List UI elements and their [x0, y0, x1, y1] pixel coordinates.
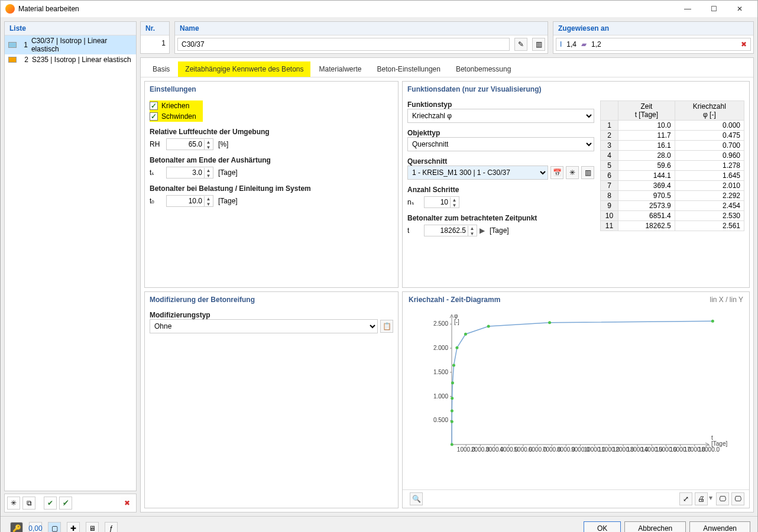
mod-settings-icon[interactable]: 📋 [380, 320, 393, 333]
t0-input[interactable]: 10.0▲▼ [166, 195, 213, 207]
mod-typ-label: Modifizierungstyp [150, 311, 393, 319]
list-toolbar: ✳ ⧉ ✔ ✔̸ ✖ [4, 494, 137, 512]
list-panel: Liste 1C30/37 | Isotrop | Linear elastis… [4, 21, 137, 491]
modification-panel: Modifizierung der Betonreifung Modifizie… [144, 291, 399, 508]
zoom-icon[interactable]: 🔍 [410, 492, 423, 505]
table-row[interactable]: 428.00.960 [601, 151, 744, 161]
tab-beton-einstellungen[interactable]: Beton-Einstellungen [370, 61, 448, 77]
settings-panel: Einstellungen ✓Kriechen ✓Schwinden Relat… [144, 81, 399, 288]
rh-input[interactable]: 65.0▲▼ [166, 138, 213, 150]
querschnitt-select[interactable]: 1 - KREIS_M1 300 | 1 - C30/37 [407, 166, 548, 180]
nr-label: Nr. [141, 22, 169, 35]
delete-icon[interactable]: ✖ [121, 497, 134, 510]
checkbox-schwinden[interactable]: ✓Schwinden [150, 111, 203, 122]
table-row[interactable]: 8970.52.292 [601, 191, 744, 201]
axis-toggle-icon[interactable]: ⤢ [679, 492, 692, 505]
t0-label: Betonalter bei Belastung / Einleitung im… [150, 184, 393, 193]
name-input[interactable] [177, 38, 510, 51]
t-label: Betonalter zum betrachteten Zeitpunkt [407, 214, 594, 222]
table-row[interactable]: 316.10.700 [601, 141, 744, 151]
chart-svg: 0.5001.0001.5002.0002.5001000.02000.0300… [407, 309, 744, 462]
axes-mode: lin X / lin Y [710, 296, 743, 304]
check-icon[interactable]: ✔ [44, 497, 57, 510]
table-row[interactable]: 106851.42.530 [601, 211, 744, 221]
new-icon[interactable]: ✳ [7, 497, 20, 510]
svg-point-54 [455, 346, 458, 349]
svg-text:[Tage]: [Tage] [711, 440, 727, 447]
svg-text:2.000: 2.000 [433, 345, 448, 351]
help-icon[interactable]: 🔑 [10, 522, 23, 532]
table-row[interactable]: 6144.11.645 [601, 171, 744, 181]
ts-input[interactable]: 3.0▲▼ [166, 167, 213, 179]
tab-betonbemessung[interactable]: Betonbemessung [449, 61, 518, 77]
tab-basis[interactable]: Basis [145, 61, 177, 77]
edit-icon[interactable]: ✎ [514, 38, 527, 51]
ts-label: Betonalter am Ende der Aushärtung [150, 156, 393, 164]
cancel-button[interactable]: Abbrechen [624, 521, 686, 532]
svg-point-51 [451, 397, 453, 400]
ok-button[interactable]: OK [584, 521, 621, 532]
checkbox-kriechen[interactable]: ✓Kriechen [150, 100, 203, 111]
view1-icon[interactable]: ▢ [48, 522, 61, 532]
export2-icon[interactable]: 🖵 [731, 492, 744, 505]
table-row[interactable]: 559.61.278 [601, 161, 744, 171]
maximize-button[interactable]: ☐ [701, 1, 727, 17]
function-data-header: Funktionsdaten (nur zur Visualisierung) [403, 82, 749, 96]
svg-text:[-]: [-] [454, 319, 459, 325]
window-title: Material bearbeiten [18, 5, 675, 13]
svg-point-53 [452, 364, 455, 366]
svg-text:1.500: 1.500 [433, 369, 448, 375]
tab-materialwerte[interactable]: Materialwerte [312, 61, 368, 77]
view2-icon[interactable]: ✚ [67, 522, 80, 532]
apply-button[interactable]: Anwenden [689, 521, 750, 532]
minimize-button[interactable]: — [675, 1, 701, 17]
svg-point-55 [464, 333, 467, 336]
nr-value: 1 [141, 35, 169, 51]
view4-icon[interactable]: ƒ [105, 522, 118, 532]
close-button[interactable]: ✕ [727, 1, 753, 17]
titlebar: Material bearbeiten — ☐ ✕ [1, 1, 757, 18]
data-table: Zeitt [Tage]Kriechzahlφ [-] 110.00.00021… [600, 100, 744, 231]
objekttyp-select[interactable]: Querschnitt [407, 137, 594, 151]
svg-point-49 [451, 420, 453, 423]
svg-point-58 [711, 320, 714, 323]
clear-assign-icon[interactable]: ✖ [741, 40, 747, 48]
copy-icon[interactable]: ⧉ [22, 497, 35, 510]
app-icon [5, 4, 15, 14]
svg-point-50 [451, 409, 453, 412]
tab-time-dependent[interactable]: Zeitabhängige Kennwerte des Betons [178, 61, 310, 77]
table-row[interactable]: 110.00.000 [601, 121, 744, 131]
mod-header: Modifizierung der Betonreifung [145, 292, 398, 306]
rh-label: Relative Luftfeuchte der Umgebung [150, 128, 393, 136]
mod-type-select[interactable]: Ohne [150, 319, 378, 333]
querschnitt-label: Querschnitt [407, 157, 594, 166]
svg-point-56 [487, 325, 490, 328]
assigned-label: Zugewiesen an [553, 22, 753, 35]
view3-icon[interactable]: 🖥 [86, 522, 99, 532]
list-item[interactable]: 1C30/37 | Isotrop | Linear elastisch [5, 35, 136, 54]
ns-label: Anzahl Schritte [407, 186, 594, 194]
settings-header: Einstellungen [145, 82, 398, 96]
new-section-icon[interactable]: ✳ [566, 166, 579, 179]
function-data-panel: Funktionsdaten (nur zur Visualisierung) … [402, 81, 750, 288]
export1-icon[interactable]: 🖵 [716, 492, 729, 505]
svg-point-57 [548, 321, 551, 324]
table-row[interactable]: 211.70.475 [601, 131, 744, 141]
svg-text:1.000: 1.000 [433, 393, 448, 400]
funktionstyp-select[interactable]: Kriechzahl φ [407, 109, 594, 123]
table-row[interactable]: 1118262.52.561 [601, 221, 744, 231]
table-row[interactable]: 7369.42.010 [601, 181, 744, 191]
chart-panel: Kriechzahl - Zeit-Diagrammlin X / lin Y … [402, 291, 750, 508]
section-lib-icon[interactable]: ▥ [581, 166, 594, 179]
print-icon[interactable]: 🖨 [695, 492, 708, 505]
table-row[interactable]: 92573.92.454 [601, 201, 744, 211]
ns-input[interactable]: 10▲▼ [424, 196, 459, 208]
t-input[interactable]: 18262.5▲▼ [424, 225, 477, 236]
list-item[interactable]: 2S235 | Isotrop | Linear elastisch [5, 54, 136, 65]
units-icon[interactable]: 0,00 [29, 522, 42, 532]
library-icon[interactable]: ▥ [532, 38, 545, 51]
assigned-field[interactable]: I1,4 ▰1,2 ✖ [556, 38, 751, 51]
svg-point-52 [451, 381, 454, 384]
uncheck-icon[interactable]: ✔̸ [59, 497, 72, 510]
date-icon[interactable]: 📅 [550, 166, 563, 179]
